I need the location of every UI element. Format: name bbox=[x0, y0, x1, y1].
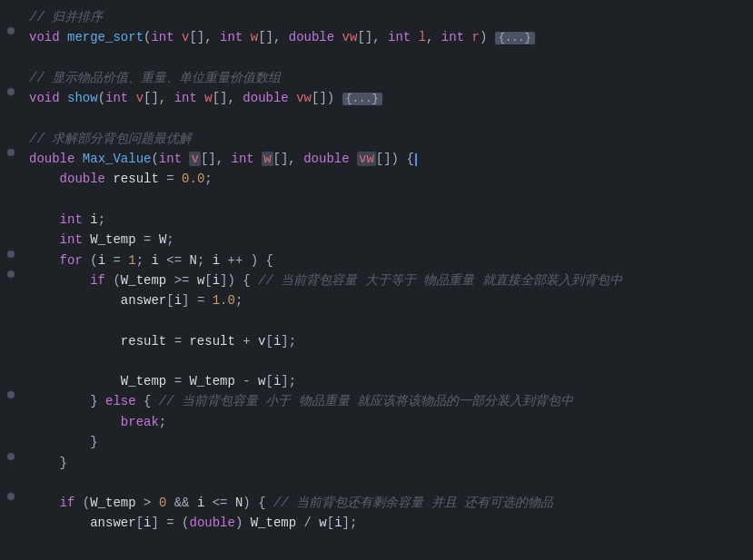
line-content: answer[i] = 1.0; bbox=[22, 290, 738, 310]
code-line: // 归并排序 bbox=[0, 7, 753, 27]
code-line: double result = 0.0; bbox=[0, 169, 753, 189]
line-content: // 求解部分背包问题最优解 bbox=[22, 129, 738, 149]
line-content: double Max_Value(int v[], int w[], doubl… bbox=[22, 149, 738, 169]
code-line: void show(int v[], int w[], double vw[])… bbox=[0, 88, 753, 108]
code-line: if (W_temp >= w[i]) { // 当前背包容量 大于等于 物品重… bbox=[0, 270, 753, 290]
code-line: double Max_Value(int v[], int w[], doubl… bbox=[0, 149, 753, 169]
code-line: } else { // 当前背包容量 小于 物品重量 就应该将该物品的一部分装入… bbox=[0, 391, 753, 411]
gutter-dot bbox=[0, 391, 22, 398]
line-content: break; bbox=[22, 412, 738, 432]
code-line: answer[i] = 1.0; bbox=[0, 290, 753, 310]
code-line bbox=[0, 311, 753, 331]
code-editor: // 归并排序 void merge_sort(int v[], int w[]… bbox=[0, 0, 753, 541]
code-line: for (i = 1; i <= N; i ++ ) { bbox=[0, 251, 753, 270]
line-content: W_temp = W_temp - w[i]; bbox=[22, 371, 738, 391]
code-line: } bbox=[0, 453, 753, 473]
line-content: int W_temp = W; bbox=[22, 230, 738, 250]
gutter-dot bbox=[0, 149, 22, 156]
gutter-dot bbox=[0, 453, 22, 460]
gutter-dot bbox=[0, 251, 22, 258]
code-line: // 求解部分背包问题最优解 bbox=[0, 129, 753, 149]
code-line: } bbox=[0, 432, 753, 452]
code-line bbox=[0, 190, 753, 210]
line-content: } bbox=[22, 453, 738, 473]
line-content: if (W_temp > 0 && i <= N) { // 当前背包还有剩余容… bbox=[22, 493, 738, 513]
line-content: } else { // 当前背包容量 小于 物品重量 就应该将该物品的一部分装入… bbox=[22, 391, 738, 411]
code-line: // 显示物品价值、重量、单位重量价值数组 bbox=[0, 68, 753, 88]
line-content: result = result + v[i]; bbox=[22, 331, 738, 351]
code-line bbox=[0, 48, 753, 68]
line-content: if (W_temp >= w[i]) { // 当前背包容量 大于等于 物品重… bbox=[22, 270, 738, 290]
gutter-dot bbox=[0, 27, 22, 34]
code-line: result = result + v[i]; bbox=[0, 331, 753, 351]
code-line: answer[i] = (double) W_temp / w[i]; bbox=[0, 513, 753, 533]
code-line bbox=[0, 473, 753, 493]
code-line: int W_temp = W; bbox=[0, 230, 753, 250]
line-content: } bbox=[22, 432, 738, 452]
code-line: break; bbox=[0, 412, 753, 432]
gutter-dot bbox=[0, 270, 22, 278]
line-content: int i; bbox=[22, 210, 738, 230]
line-content: answer[i] = (double) W_temp / w[i]; bbox=[22, 513, 738, 533]
code-line: void merge_sort(int v[], int w[], double… bbox=[0, 27, 753, 47]
line-content: void merge_sort(int v[], int w[], double… bbox=[22, 27, 738, 47]
code-line: int i; bbox=[0, 210, 753, 230]
line-content: // 归并排序 bbox=[22, 7, 738, 27]
line-content: double result = 0.0; bbox=[22, 169, 738, 189]
code-line: if (W_temp > 0 && i <= N) { // 当前背包还有剩余容… bbox=[0, 493, 753, 513]
gutter-dot bbox=[0, 493, 22, 500]
code-line bbox=[0, 351, 753, 371]
line-content: void show(int v[], int w[], double vw[])… bbox=[22, 88, 738, 108]
code-line bbox=[0, 109, 753, 129]
line-content: for (i = 1; i <= N; i ++ ) { bbox=[22, 251, 738, 270]
code-line: W_temp = W_temp - w[i]; bbox=[0, 371, 753, 391]
gutter-dot bbox=[0, 88, 22, 95]
line-content: // 显示物品价值、重量、单位重量价值数组 bbox=[22, 68, 738, 88]
